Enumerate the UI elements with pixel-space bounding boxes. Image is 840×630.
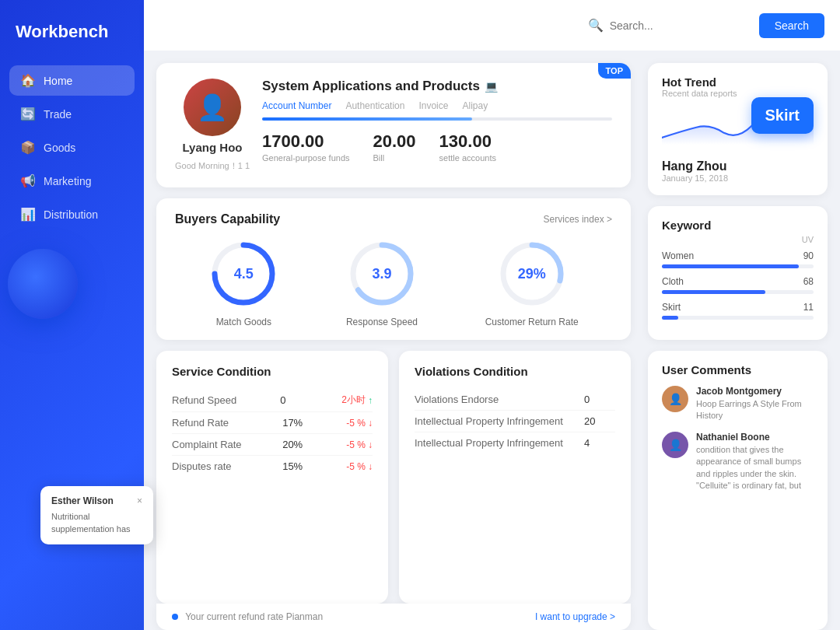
tab-authentication[interactable]: Authentication [345,100,404,111]
stat-funds-label: General-purpose funds [262,153,350,163]
gauge-value-response: 3.9 [372,266,391,282]
upgrade-link[interactable]: I want to upgrade > [535,611,615,622]
sidebar-item-home[interactable]: 🏠 Home [9,65,135,96]
comment-name-0: Jacob Montgomery [696,386,814,397]
app-title: System Applications and Products 💻 [262,79,612,94]
violations-row-endorse: Violations Endorse 0 [415,389,615,411]
ip-infringement-label-1: Intellectual Property Infringement [415,415,563,427]
user-comments-title: User Comments [662,363,814,376]
sidebar-item-label: Marketing [44,175,91,187]
profile-left: 👤 Lyang Hoo Good Morning！1 1 [175,79,250,172]
search-wrapper: 🔍 [588,18,750,33]
stat-accounts-value: 130.00 [439,131,496,152]
comment-body-0: Jacob Montgomery Hoop Earrings A Style F… [696,386,814,422]
search-button[interactable]: Search [759,13,824,38]
avatar: 👤 [184,79,241,136]
keyword-value-women: 90 [803,250,814,261]
services-index-link[interactable]: Services index > [544,214,612,225]
left-panel: TOP 👤 Lyang Hoo Good Morning！1 1 System … [144,51,642,630]
stat-bill: 20.00 Bill [373,131,416,163]
sidebar-item-goods[interactable]: 📦 Goods [9,132,135,163]
profile-right: System Applications and Products 💻 Accou… [262,79,612,163]
profile-tabs: Account Number Authentication Invoice Al… [262,100,612,111]
keyword-uv-label: UV [662,235,814,244]
arrow-down-icon-2: ↓ [368,439,373,450]
ip-infringement-value-1: 20 [584,415,615,427]
service-row-refund-rate: Refund Rate 17% -5 % ↓ [172,412,373,434]
upgrade-dot [172,614,178,620]
notification-user-name: Esther Wilson [51,495,114,506]
tab-alipay[interactable]: Alipay [462,100,488,111]
gauge-match-goods: 4.5 Match Goods [208,239,278,327]
notification-header: Esther Wilson × [51,495,142,506]
hot-trend-city: Hang Zhou [662,159,814,173]
sidebar: Workbench 🏠 Home 🔄 Trade 📦 Goods 📢 Marke… [0,0,144,630]
upgrade-banner: Your current refund rate Pianman I want … [156,604,631,630]
right-panel: Hot Trend Recent data reports Skirt Hang… [642,51,840,630]
disputes-rate-value: 15% [282,460,313,472]
keyword-value-skirt: 11 [803,302,814,313]
refund-speed-label: Refund Speed [172,394,250,406]
service-condition-title: Service Condition [172,365,373,378]
main-area: 🔍 Search TOP 👤 Lyang Hoo Good Morning！1 … [144,0,840,630]
stat-accounts: 130.00 settle accounts [439,131,496,163]
gauge-value-return: 29% [518,266,546,282]
notification-close-button[interactable]: × [137,495,142,506]
profile-card: TOP 👤 Lyang Hoo Good Morning！1 1 System … [156,63,631,187]
complaint-rate-change: -5 % ↓ [346,439,373,450]
refund-rate-value: 17% [282,417,313,429]
gauge-circle-return: 29% [497,239,567,309]
complaint-rate-value: 20% [282,439,313,450]
keyword-value-cloth: 68 [803,276,814,287]
notification-popup: Esther Wilson × Nutritional supplementat… [40,486,153,544]
stat-bill-label: Bill [373,153,416,163]
violations-row-ip1: Intellectual Property Infringement 20 [415,411,615,432]
keyword-bar-fill-cloth [662,290,765,294]
profile-progress-bar [262,117,612,121]
search-icon: 🔍 [588,18,604,33]
tab-account-number[interactable]: Account Number [262,100,331,111]
hot-trend-card: Hot Trend Recent data reports Skirt Hang… [648,63,828,195]
sidebar-item-label: Goods [44,142,75,154]
tab-invoice[interactable]: Invoice [418,100,448,111]
skirt-badge: Skirt [751,97,814,134]
service-condition-card: Service Condition Refund Speed 0 2小时 ↑ R… [156,351,388,604]
ip-infringement-value-2: 4 [584,437,615,449]
buyers-header: Buyers Capability Services index > [175,212,612,226]
keyword-bar-bg-skirt [662,316,814,320]
keyword-bar-fill-women [662,264,799,268]
trade-icon: 🔄 [20,107,36,121]
gauge-response-speed: 3.9 Response Speed [346,239,418,327]
comment-item-0: 👤 Jacob Montgomery Hoop Earrings A Style… [662,386,814,422]
sidebar-item-marketing[interactable]: 📢 Marketing [9,166,135,196]
arrow-down-icon: ↓ [368,418,373,429]
search-input[interactable] [610,19,750,32]
sidebar-item-trade[interactable]: 🔄 Trade [9,99,135,129]
sidebar-item-label: Distribution [44,208,98,221]
keyword-title: Keyword [662,219,814,232]
topbar: 🔍 Search [144,0,840,51]
goods-icon: 📦 [20,140,36,155]
sidebar-item-distribution[interactable]: 📊 Distribution [9,199,135,229]
stat-funds-value: 1700.00 [262,131,350,152]
keyword-label-row-skirt: Skirt 11 [662,302,814,313]
comment-item-1: 👤 Nathaniel Boone condition that gives t… [662,432,814,492]
distribution-icon: 📊 [20,207,36,222]
notification-text: Nutritional supplementation has [51,511,142,535]
refund-speed-change: 2小时 ↑ [341,394,373,407]
violations-condition-card: Violations Condition Violations Endorse … [399,351,631,604]
violations-endorse-value: 0 [584,394,615,405]
keyword-row-women: Women 90 [662,250,814,268]
sidebar-navigation: 🏠 Home 🔄 Trade 📦 Goods 📢 Marketing 📊 Dis… [0,65,144,229]
ip-infringement-label-2: Intellectual Property Infringement [415,437,563,449]
profile-inner: 👤 Lyang Hoo Good Morning！1 1 System Appl… [175,79,612,172]
bottom-row: Service Condition Refund Speed 0 2小时 ↑ R… [156,351,631,604]
keyword-label-row-cloth: Cloth 68 [662,276,814,287]
profile-progress-fill [262,117,472,121]
comment-name-1: Nathaniel Boone [696,432,814,443]
profile-stats: 1700.00 General-purpose funds 20.00 Bill… [262,131,612,163]
comment-body-1: Nathaniel Boone condition that gives the… [696,432,814,492]
sidebar-item-label: Home [44,75,72,87]
comment-text-0: Hoop Earrings A Style From History [696,398,814,422]
app-icon: 💻 [485,80,498,93]
